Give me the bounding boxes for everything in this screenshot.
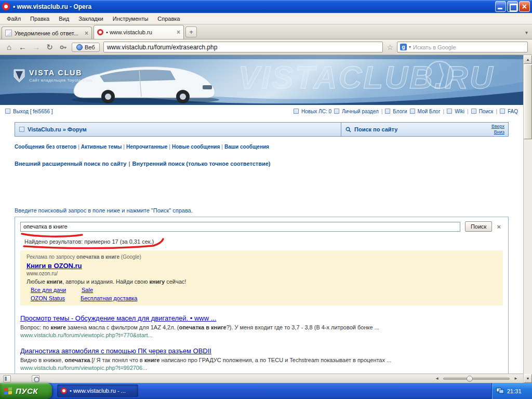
ad-description: Любые книги, авторы и издания. Найди сво… — [26, 278, 497, 285]
ad-url: www.ozon.ru/ — [26, 271, 497, 276]
xp-taskbar: ПУСК • www.vistaclub.ru - ... 21:31 — [0, 383, 532, 399]
tab-vistaclub[interactable]: • www.vistaclub.ru × — [94, 25, 184, 39]
search-submit-button[interactable]: Поиск — [465, 221, 492, 232]
zoom-slider: ◄ ► — [435, 376, 518, 381]
close-button[interactable] — [519, 1, 530, 12]
ad-sitelinks-row-1: Все для дачиSale — [26, 287, 497, 293]
logo-subtitle: Сайт владельцев Toyota Vista — [29, 78, 92, 83]
result-url: www.vistaclub.ru/forum/viewtopic.php?t=7… — [20, 332, 400, 338]
new-posts-link[interactable]: Новые сообщения — [172, 144, 220, 150]
my-blog-link[interactable]: Мой Блог — [418, 109, 441, 114]
new-pm-link[interactable]: Новых ЛС: 0 — [301, 109, 331, 114]
scroll-down-link[interactable]: Вниз — [494, 129, 504, 135]
taskbar-opera-task[interactable]: • www.vistaclub.ru - ... — [57, 384, 138, 397]
google-ad-block: Реклама по запросу опечатка в книге (Goo… — [20, 250, 503, 305]
ad-sitelinks-row-2: OZON StatusБесплатная доставка — [26, 295, 497, 301]
tab-close-icon[interactable]: × — [85, 30, 88, 37]
unread-link[interactable]: Непрочитанные — [126, 144, 167, 150]
opera-link-button[interactable] — [32, 375, 39, 382]
profile-icon — [334, 109, 339, 114]
search-query-input[interactable] — [20, 222, 460, 232]
tab-list-chevron-icon[interactable]: ▾ — [525, 30, 528, 35]
search-mode-row: Внешний расширенный поиск по сайту|Внутр… — [15, 161, 509, 167]
tab-bar: Уведомление об ответ... × • www.vistaclu… — [0, 24, 532, 39]
bookmark-star-icon[interactable]: ☆ — [387, 43, 393, 51]
breadcrumb[interactable]: VistaClub.ru » Форум — [15, 123, 341, 136]
pm-icon — [294, 109, 299, 114]
scroll-up-link[interactable]: Вверх — [491, 124, 504, 129]
user-links-bar: Выход [ fei5656 ] Новых ЛС: 0 Личный раз… — [0, 105, 523, 116]
personal-section-link[interactable]: Личный раздел — [342, 109, 379, 114]
minimize-button[interactable] — [495, 1, 506, 12]
ad-sitelink[interactable]: Все для дачи — [31, 287, 66, 293]
scrollbar-thumb[interactable] — [524, 64, 532, 139]
search-engine-chevron-icon[interactable]: ▾ — [409, 45, 411, 49]
scrollbar-down-icon[interactable]: ▼ — [524, 374, 532, 383]
menu-tools[interactable]: Инструменты — [108, 14, 153, 23]
start-button[interactable]: ПУСК — [0, 383, 52, 399]
key-icon[interactable] — [58, 43, 68, 51]
active-topics-link[interactable]: Активные темы — [81, 144, 122, 150]
menu-help[interactable]: Справка — [153, 14, 184, 23]
zoom-knob[interactable] — [467, 376, 473, 382]
zoom-track[interactable] — [443, 378, 510, 380]
forward-icon[interactable]: → — [31, 43, 41, 51]
search-result: Просмотр темы - Обсуждение масел для дви… — [20, 314, 400, 338]
back-icon[interactable]: ← — [18, 43, 28, 51]
google-search-input[interactable] — [413, 44, 525, 50]
menu-edit[interactable]: Правка — [25, 14, 54, 23]
search-link[interactable]: Поиск — [479, 109, 494, 114]
result-snippet: Видно в книжке, опечатка.[/ Я так понял … — [20, 356, 400, 364]
maximize-button[interactable] — [507, 1, 518, 12]
search-results-panel: Поиск × Найдено результатов: примерно 17… — [15, 217, 509, 374]
menu-bookmarks[interactable]: Закладки — [74, 14, 108, 23]
external-search-link[interactable]: Внешний расширенный поиск по сайту — [15, 161, 126, 167]
board-icon — [19, 127, 24, 132]
site-search-section[interactable]: Поиск по сайту — [341, 123, 480, 136]
clear-search-icon[interactable]: × — [497, 223, 503, 231]
logout-link[interactable]: Выход [ fei5656 ] — [13, 109, 53, 114]
menu-file[interactable]: Файл — [2, 14, 25, 23]
web-panel-button[interactable]: Веб — [72, 43, 100, 52]
your-posts-link[interactable]: Ваши сообщения — [224, 144, 269, 150]
address-bar-input[interactable] — [103, 42, 383, 52]
faq-link[interactable]: FAQ — [508, 109, 518, 114]
internal-search-link[interactable]: Внутренний поиск (только точное соответс… — [132, 161, 271, 167]
home-icon[interactable]: ⌂ — [4, 43, 14, 51]
banner-watermark: VISTACLUB.RU — [238, 59, 495, 95]
menu-view[interactable]: Вид — [54, 14, 74, 23]
opera-task-icon — [61, 388, 67, 394]
tab-close-icon[interactable]: × — [177, 29, 180, 36]
faq-icon — [500, 109, 505, 114]
google-search-box[interactable]: g ▾ — [397, 42, 528, 52]
network-icon[interactable] — [496, 388, 504, 394]
result-title-link[interactable]: Просмотр темы - Обсуждение масел для дви… — [20, 314, 217, 322]
unanswered-link[interactable]: Сообщения без ответов — [15, 144, 76, 150]
ad-sitelink[interactable]: OZON Status — [31, 295, 65, 301]
system-tray: 21:31 — [491, 383, 532, 399]
zoom-in-icon[interactable]: ► — [514, 376, 518, 381]
new-tab-button[interactable]: + — [185, 26, 197, 37]
vertical-scrollbar[interactable]: ▲ ▼ — [523, 55, 532, 383]
site-logo[interactable]: VISTA CLUB Сайт владельцев Toyota Vista — [14, 69, 92, 83]
ad-header: Реклама по запросу опечатка в книге (Goo… — [26, 254, 497, 260]
navigation-bar: ⌂ ← → ↻ Веб ☆ g ▾ — [0, 39, 532, 55]
clock: 21:31 — [507, 388, 522, 394]
ad-sitelink[interactable]: Sale — [82, 287, 93, 293]
result-title-link[interactable]: Диагностика автомобиля с помощью ПК чере… — [20, 347, 211, 355]
search-icon — [471, 109, 476, 114]
wiki-icon — [447, 109, 452, 114]
ad-sitelink[interactable]: Бесплатная доставка — [81, 295, 137, 301]
windows-flag-icon — [4, 387, 12, 395]
opera-favicon-icon — [97, 29, 103, 35]
scrollbar-up-icon[interactable]: ▲ — [524, 55, 532, 64]
ad-title-link[interactable]: Книги в OZON.ru — [26, 262, 82, 270]
panels-toggle-button[interactable] — [3, 375, 11, 382]
google-icon: g — [400, 44, 407, 50]
tab-notification[interactable]: Уведомление об ответ... × — [2, 26, 92, 39]
wiki-link[interactable]: Wiki — [455, 109, 464, 114]
window-title: • www.vistaclub.ru - Opera — [13, 3, 492, 10]
zoom-out-icon[interactable]: ◄ — [435, 376, 439, 381]
blogs-link[interactable]: Блоги — [393, 109, 407, 114]
reload-icon[interactable]: ↻ — [45, 43, 55, 52]
